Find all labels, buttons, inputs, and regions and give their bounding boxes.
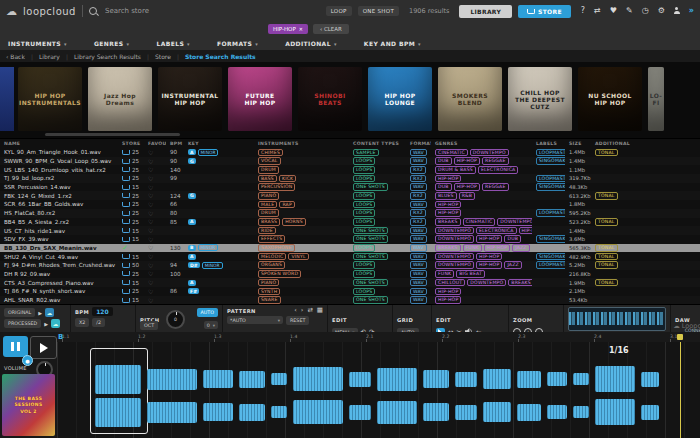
genre-tag[interactable]: HIP-HOP <box>435 201 461 209</box>
instrument-tag[interactable]: DRUM <box>258 209 279 217</box>
library-tab-button[interactable]: LIBRARY <box>459 5 512 18</box>
format-tag[interactable]: WAV <box>410 157 427 165</box>
breadcrumb-item[interactable]: Library <box>39 53 60 60</box>
favourite-heart-icon[interactable]: ♡ <box>148 149 153 156</box>
genre-tag[interactable]: FUNK <box>435 270 454 278</box>
genre-tag[interactable]: REGGAE <box>482 183 508 191</box>
instrument-tag[interactable]: SPOKEN WORD <box>258 270 301 278</box>
instrument-tag[interactable]: VINYL <box>288 253 308 261</box>
store-price[interactable]: 25 <box>132 167 139 173</box>
format-tag[interactable]: WAV <box>410 261 427 269</box>
one-shot-filter-button[interactable]: ONE SHOT <box>358 6 399 16</box>
favourite-heart-icon[interactable]: ♡ <box>148 201 153 208</box>
genre-tag[interactable]: HIP-HOP <box>476 261 502 269</box>
store-price[interactable]: 25 <box>132 201 139 207</box>
favourite-heart-icon[interactable]: ♡ <box>148 288 153 295</box>
genre-tag[interactable]: BIG BEAT <box>456 270 485 278</box>
format-tag[interactable]: WAV <box>410 253 427 261</box>
genre-tag[interactable]: BLUES <box>435 192 457 200</box>
table-row[interactable]: TJ_86_F#_N_synth_short.wav25♡86F#SYNTHLO… <box>0 287 700 296</box>
label-tag[interactable]: SINGOMAKERS <box>536 253 565 261</box>
favourite-heart-icon[interactable]: ♡ <box>148 270 153 277</box>
label-tag[interactable]: LOOPMASTERS <box>536 261 565 269</box>
content-type-tag[interactable]: LOOPS <box>353 218 375 226</box>
bpm-div2-button[interactable]: /2 <box>92 318 105 327</box>
additional-tag[interactable]: TONAL <box>595 261 618 269</box>
pack-cover[interactable]: Jazz HopDreams <box>88 67 152 131</box>
table-row[interactable]: KYL_90_Am_Triangle_Hook_01.wav25♡90AMINO… <box>0 148 700 157</box>
store-tab-button[interactable]: STORE <box>518 5 571 18</box>
format-tag[interactable]: RX2 <box>410 175 426 183</box>
genre-tag[interactable]: HIP-HOP <box>454 157 480 165</box>
genre-tag[interactable]: DUB <box>435 157 452 165</box>
table-row[interactable]: SCR_66_1Bar_BB_Golds.wav25♡66MALERAPLOOP… <box>0 200 700 209</box>
store-price[interactable]: 15 <box>132 297 139 303</box>
pack-cover-partial[interactable] <box>0 67 14 131</box>
filter-menu-key-and-bpm[interactable]: KEY AND BPM <box>364 40 421 47</box>
bpm-value[interactable]: 120 <box>92 307 113 316</box>
store-price[interactable]: 25 <box>132 288 139 294</box>
favourite-heart-icon[interactable]: ♡ <box>148 297 153 304</box>
pitch-knob[interactable]: 0 <box>166 310 185 329</box>
instrument-tag[interactable]: SAXOPHONE <box>258 244 295 252</box>
instrument-tag[interactable]: PIANO <box>258 192 279 200</box>
format-tag[interactable]: RX2 <box>410 192 426 200</box>
table-row[interactable]: SHU2_A_Vinyl_Cut_49.wav15♡AMELODICVINYLO… <box>0 252 700 261</box>
pack-cover[interactable]: HIP HOPLOUNGE <box>368 67 432 131</box>
current-pack-artwork[interactable]: THE BASSSESSIONSVOL 2 <box>2 374 55 436</box>
instrument-tag[interactable]: DRUM <box>258 166 279 174</box>
waveform-overview[interactable] <box>568 307 666 331</box>
store-price[interactable]: 25 <box>132 175 139 181</box>
table-row[interactable]: CTS_A3_Compressed_Piano.wav15♡APIANOONE … <box>0 278 700 287</box>
table-row[interactable]: SWWR_90_BPM_G_Vocal_Loop_05.wav25♡90GVOC… <box>0 157 700 166</box>
genre-tag[interactable]: HIP-HOP <box>435 209 461 217</box>
format-tag[interactable]: RX2 <box>410 209 426 217</box>
content-type-tag[interactable]: LOOPS <box>353 244 375 252</box>
format-tag[interactable]: WAV <box>410 227 427 235</box>
table-row[interactable]: SSR_Percussion_14.wav15♡PERCUSSIONONE SH… <box>0 183 700 192</box>
processed-button[interactable]: PROCESSED <box>4 319 41 328</box>
label-tag[interactable]: LOOPMASTERS <box>536 175 565 183</box>
pack-cover[interactable]: SHINOBIBEATS <box>298 67 362 131</box>
instrument-tag[interactable]: HORNS <box>282 218 306 226</box>
settings-gear-icon[interactable]: ⚙ <box>658 7 665 15</box>
content-type-tag[interactable]: ONE SHOTS <box>353 279 388 287</box>
store-price[interactable]: 15 <box>132 184 139 190</box>
additional-tag[interactable]: TONAL <box>595 218 618 226</box>
genre-tag[interactable]: BREAKS <box>435 244 461 252</box>
table-row[interactable]: DH R 92_09.wav25♡100SPOKEN WORDLOOPSWAVF… <box>0 270 700 279</box>
shuffle-pattern-icon[interactable]: ⇄ <box>307 307 312 314</box>
genre-tag[interactable]: HIP-HOP <box>435 288 461 296</box>
additional-tag[interactable]: TONAL <box>595 244 618 252</box>
genre-tag[interactable]: ELECTRONICA <box>476 227 517 235</box>
genre-tag[interactable]: JAZZ <box>512 244 530 252</box>
favourite-heart-icon[interactable]: ♡ <box>148 166 153 173</box>
column-header-favourite[interactable]: FAVOURITE <box>144 141 166 146</box>
content-type-tag[interactable]: LOOPS <box>353 261 375 269</box>
favourite-heart-icon[interactable]: ♡ <box>148 236 153 243</box>
genre-tag[interactable]: FUNK <box>463 244 482 252</box>
favourite-heart-icon[interactable]: ♡ <box>148 253 153 260</box>
account-person-icon[interactable] <box>674 7 680 16</box>
content-type-tag[interactable]: ONE SHOTS <box>353 253 388 261</box>
pack-cover[interactable]: CHILL HOPTHE DEEPEST CUTZ <box>508 67 572 131</box>
format-tag[interactable]: WAV <box>410 149 427 157</box>
table-row[interactable]: SDV_FX_39.wav15♡EFFECTSONE SHOTSWAVDOWNT… <box>0 235 700 244</box>
store-price[interactable]: 25 <box>132 219 139 225</box>
pack-cover[interactable]: FUTUREHIP HOP <box>228 67 292 131</box>
genre-tag[interactable]: DOWNTEMPO <box>467 279 506 287</box>
instrument-tag[interactable]: RIDE <box>258 227 276 235</box>
genre-tag[interactable]: ELECTRONICA <box>478 166 519 174</box>
format-tag[interactable]: RX2 <box>410 166 426 174</box>
processed-play-icon[interactable]: ▶ <box>44 321 48 327</box>
waveform-editor[interactable]: 1/16 <box>57 342 700 438</box>
store-price[interactable]: 15 <box>132 236 139 242</box>
table-row[interactable]: US_LBS_140_Drumloop_vitis_hat.rx225♡140D… <box>0 165 700 174</box>
label-tag[interactable]: LOOPMASTERS <box>536 209 565 217</box>
content-type-tag[interactable]: ONE SHOTS <box>353 296 388 304</box>
genre-tag[interactable]: DOWNTEMPO <box>435 261 474 269</box>
filter-menu-instruments[interactable]: INSTRUMENTS <box>8 40 67 47</box>
genre-tag[interactable]: HIP-HOP <box>454 183 480 191</box>
pack-cover[interactable]: HIP HOPINSTRUMENTALS <box>18 67 82 131</box>
genre-tag[interactable]: HIP-HOP <box>476 235 502 243</box>
